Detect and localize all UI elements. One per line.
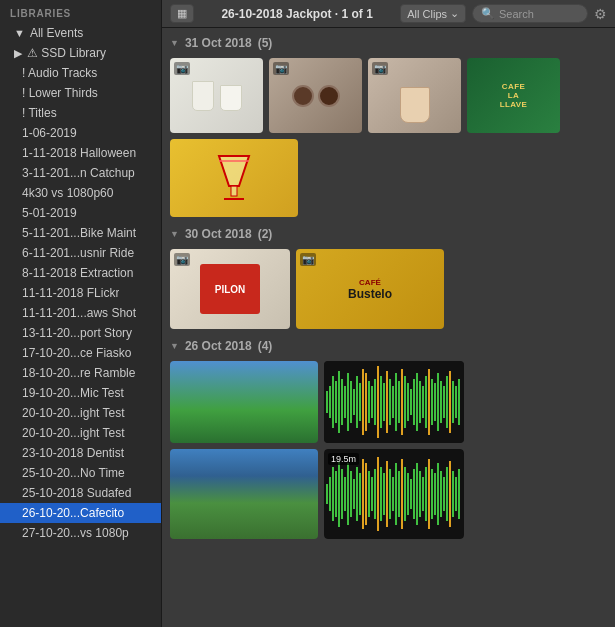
sidebar-item-25-10-no-time[interactable]: 25-10-20...No Time: [0, 463, 161, 483]
sidebar-item-lower-thirds[interactable]: ! Lower Thirds: [0, 83, 161, 103]
layout-button[interactable]: ▦: [170, 4, 194, 23]
sidebar-item-label: ! Audio Tracks: [22, 66, 97, 80]
thumbnail-waveform-2[interactable]: 19.5m: [324, 449, 464, 539]
svg-rect-28: [395, 373, 397, 431]
sidebar-item-label: 27-10-20...vs 1080p: [22, 526, 129, 540]
svg-rect-12: [347, 373, 349, 431]
sidebar-item-1-06-2019[interactable]: 1-06-2019: [0, 123, 161, 143]
svg-rect-18: [365, 373, 367, 431]
cocktail-glass-svg: [214, 151, 254, 206]
sidebar-item-20-10b[interactable]: 20-10-20...ight Test: [0, 423, 161, 443]
count-label: (5): [258, 36, 273, 50]
svg-rect-93: [452, 471, 454, 517]
sidebar-item-19-10[interactable]: 19-10-20...Mic Test: [0, 383, 161, 403]
svg-rect-55: [338, 461, 340, 527]
sidebar-item-26-10-cafecito[interactable]: 26-10-20...Cafecito: [0, 503, 161, 523]
sidebar-item-titles[interactable]: ! Titles: [0, 103, 161, 123]
gear-icon[interactable]: ⚙: [594, 6, 607, 22]
date-group-header-oct30: ▼ 30 Oct 2018 (2): [170, 227, 607, 241]
sidebar-item-label: 20-10-20...ight Test: [22, 406, 125, 420]
sidebar-item-23-10[interactable]: 23-10-2018 Dentist: [0, 443, 161, 463]
thumbnail-grid-oct26-row2: 19.5m: [170, 449, 607, 539]
search-input[interactable]: [499, 8, 579, 20]
date-group-oct31: ▼ 31 Oct 2018 (5) 📷: [170, 36, 607, 217]
svg-rect-42: [437, 373, 439, 431]
sidebar-item-8-11[interactable]: 8-11-2018 Extraction: [0, 263, 161, 283]
svg-rect-71: [386, 461, 388, 527]
thumbnail-hand-coffee[interactable]: 📷: [368, 58, 461, 133]
svg-rect-27: [392, 386, 394, 418]
svg-rect-68: [377, 457, 379, 531]
thumbnail-cafe-llave[interactable]: CAFELALLAVE: [467, 58, 560, 133]
sidebar-item-label: 3-11-201...n Catchup: [22, 166, 135, 180]
sidebar-item-13-11[interactable]: 13-11-20...port Story: [0, 323, 161, 343]
svg-rect-60: [353, 479, 355, 509]
sidebar-item-20-10a[interactable]: 20-10-20...ight Test: [0, 403, 161, 423]
sidebar-item-label: 4k30 vs 1080p60: [22, 186, 113, 200]
search-icon: 🔍: [481, 7, 495, 20]
sidebar-item-label: 23-10-2018 Dentist: [22, 446, 124, 460]
sidebar-item-label: ! Lower Thirds: [22, 86, 98, 100]
svg-rect-95: [458, 469, 460, 519]
sidebar-item-11-11-2019[interactable]: 11-11-201...aws Shot: [0, 303, 161, 323]
sidebar-item-3-11[interactable]: 3-11-201...n Catchup: [0, 163, 161, 183]
clips-filter[interactable]: All Clips ⌄: [400, 4, 466, 23]
thumbnail-cafe-bustelo[interactable]: CAFÉ Bustelo 📷: [296, 249, 444, 329]
layout-icon: ▦: [177, 7, 187, 20]
sidebar-item-25-10-sudafed[interactable]: 25-10-2018 Sudafed: [0, 483, 161, 503]
date-group-header-oct31: ▼ 31 Oct 2018 (5): [170, 36, 607, 50]
thumbnail-waveform-1[interactable]: [324, 361, 464, 443]
svg-rect-24: [383, 383, 385, 421]
count-label: (4): [258, 339, 273, 353]
svg-rect-90: [443, 477, 445, 511]
project-title: 26-10-2018 Jackpot · 1 of 1: [200, 7, 394, 21]
sidebar-item-all-events[interactable]: ▼ All Events: [0, 23, 161, 43]
sidebar-item-11-11-2018[interactable]: 11-11-2018 FLickr: [0, 283, 161, 303]
collapse-icon[interactable]: ▼: [170, 341, 179, 351]
count-label: (2): [258, 227, 273, 241]
svg-rect-61: [356, 467, 358, 521]
thumbnail-grid-oct31-row2: [170, 139, 607, 217]
date-label: 31 Oct 2018: [185, 36, 252, 50]
sidebar-item-6-11[interactable]: 6-11-201...usnir Ride: [0, 243, 161, 263]
sidebar-item-4k30[interactable]: 4k30 vs 1080p60: [0, 183, 161, 203]
sidebar-item-5-11[interactable]: 5-11-201...Bike Maint: [0, 223, 161, 243]
collapse-icon[interactable]: ▼: [170, 38, 179, 48]
thumbnail-cocktail[interactable]: [170, 139, 298, 217]
main-content: ▦ 26-10-2018 Jackpot · 1 of 1 All Clips …: [162, 0, 615, 627]
svg-rect-6: [329, 386, 331, 418]
sidebar-item-18-10[interactable]: 18-10-20...re Ramble: [0, 363, 161, 383]
svg-rect-94: [455, 477, 457, 511]
svg-rect-72: [389, 469, 391, 519]
svg-rect-73: [392, 477, 394, 511]
thumbnail-outdoor-person[interactable]: [170, 361, 318, 443]
svg-rect-56: [341, 469, 343, 519]
svg-rect-22: [377, 366, 379, 438]
sidebar-item-label: 5-01-2019: [22, 206, 77, 220]
svg-rect-37: [422, 386, 424, 418]
sidebar-item-17-10[interactable]: 17-10-20...ce Fiasko: [0, 343, 161, 363]
sidebar-item-1-11-2018[interactable]: 1-11-2018 Halloween: [0, 143, 161, 163]
svg-rect-83: [422, 477, 424, 511]
thumbnail-coffee-cups[interactable]: 📷: [269, 58, 362, 133]
sidebar-item-label: 25-10-20...No Time: [22, 466, 125, 480]
thumbnail-white-cups[interactable]: 📷: [170, 58, 263, 133]
svg-rect-59: [350, 471, 352, 517]
sidebar-item-ssd-library[interactable]: ▶ ⚠ SSD Library: [0, 43, 161, 63]
svg-rect-8: [335, 381, 337, 423]
thumbnail-pilon[interactable]: PILON 📷: [170, 249, 290, 329]
content-area: ▼ 31 Oct 2018 (5) 📷: [162, 28, 615, 627]
svg-rect-69: [380, 467, 382, 521]
thumbnail-selfie[interactable]: [170, 449, 318, 539]
sidebar-item-audio-tracks[interactable]: ! Audio Tracks: [0, 63, 161, 83]
sidebar-item-5-01[interactable]: 5-01-2019: [0, 203, 161, 223]
svg-rect-43: [440, 381, 442, 423]
camera-icon: 📷: [273, 62, 289, 75]
collapse-icon[interactable]: ▼: [170, 229, 179, 239]
waveform-svg: [324, 361, 464, 443]
sidebar-item-label: 6-11-201...usnir Ride: [22, 246, 134, 260]
svg-rect-70: [383, 473, 385, 515]
svg-rect-84: [425, 467, 427, 521]
svg-rect-13: [350, 381, 352, 423]
sidebar-item-27-10[interactable]: 27-10-20...vs 1080p: [0, 523, 161, 543]
